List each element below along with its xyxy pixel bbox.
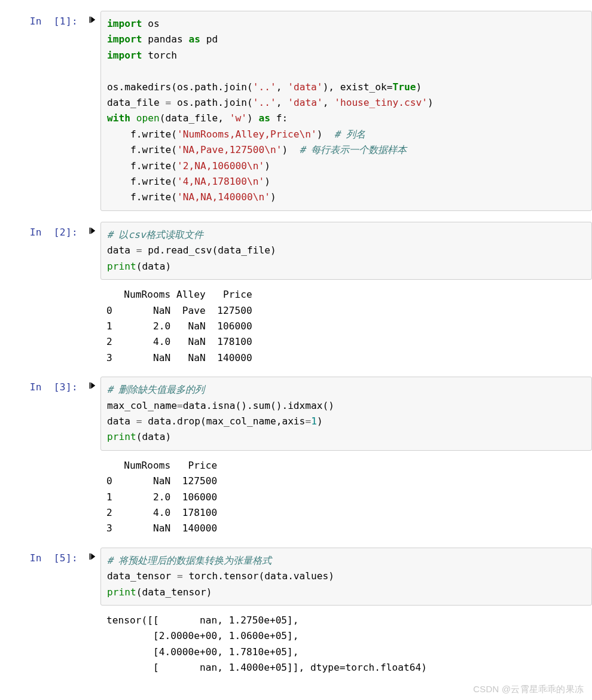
token-kw: import: [107, 33, 142, 45]
code-line: os.makedirs(os.path.join('..', 'data'), …: [107, 80, 585, 95]
cell-content: # 删除缺失值最多的列max_col_name=data.isna().sum(…: [100, 377, 592, 537]
token-id: ): [282, 144, 299, 155]
code-line: # 将预处理后的数据集转换为张量格式: [107, 553, 585, 568]
code-line: f.write('4,NA,178100\n'): [107, 174, 585, 189]
token-id: f.write(: [107, 160, 177, 172]
token-num: 1: [311, 415, 317, 427]
output-line: 2 4.0 NaN 178100: [106, 334, 592, 350]
output-line: 1 2.0 106000: [106, 490, 592, 505]
code-line: with open(data_file, 'w') as f:: [107, 111, 585, 126]
cell-output: NumRooms Price0 NaN 1275001 2.0 1060002 …: [100, 454, 592, 537]
run-cell-icon[interactable]: [88, 381, 96, 390]
code-line: data_file = os.path.join('..', 'data', '…: [107, 95, 585, 111]
run-cell-icon[interactable]: [88, 16, 96, 24]
token-id: pd: [200, 33, 218, 45]
code-cell: In [1]:import osimport pandas as pdimpor…: [0, 11, 592, 211]
code-line: print(data_tensor): [107, 585, 585, 600]
token-id: ): [317, 129, 334, 140]
code-line: data = data.drop(max_col_name,axis=1): [107, 414, 585, 429]
code-cell: In [3]:# 删除缺失值最多的列max_col_name=data.isna…: [0, 377, 592, 537]
token-cmt: # 列名: [334, 129, 365, 140]
code-line: [107, 63, 585, 79]
token-cmt: # 以csv格式读取文件: [107, 229, 203, 240]
cell-content: # 以csv格式读取文件data = pd.read_csv(data_file…: [100, 222, 592, 366]
code-input[interactable]: # 将预处理后的数据集转换为张量格式data_tensor = torch.te…: [100, 548, 592, 606]
prompt-column: In [5]:: [0, 548, 84, 564]
token-id: data: [107, 244, 136, 256]
token-op: =: [177, 570, 183, 582]
token-kw: True: [393, 81, 416, 93]
input-prompt: In [5]:: [30, 552, 78, 564]
token-str: 'NumRooms,Alley,Price\n': [177, 129, 317, 140]
token-id: f.write(: [107, 176, 177, 187]
token-id: data.drop(max_col_name,axis: [142, 415, 305, 427]
output-line: 0 NaN Pave 127500: [106, 303, 592, 319]
output-line: NumRooms Price: [106, 458, 592, 473]
token-id: torch.tensor(data.values): [183, 570, 334, 582]
code-line: print(data): [107, 429, 585, 445]
cell-content: import osimport pandas as pdimport torch…: [100, 11, 592, 211]
code-line: f.write('2,NA,106000\n'): [107, 158, 585, 174]
token-id: ): [416, 81, 422, 93]
run-column: [84, 222, 100, 235]
output-line: 0 NaN 127500: [106, 473, 592, 489]
token-id: ): [317, 415, 323, 427]
run-cell-icon[interactable]: [88, 552, 96, 561]
run-cell-icon[interactable]: [88, 227, 96, 235]
token-kw: as: [258, 112, 270, 124]
code-line: import os: [107, 16, 585, 32]
token-cmt: # 将预处理后的数据集转换为张量格式: [107, 555, 272, 566]
output-line: 3 NaN NaN 140000: [106, 350, 592, 366]
token-id: (data_tensor): [136, 586, 212, 598]
token-id: max_col_name: [107, 400, 177, 411]
code-line: data = pd.read_csv(data_file): [107, 243, 585, 258]
code-cell: In [5]:# 将预处理后的数据集转换为张量格式data_tensor = t…: [0, 548, 592, 676]
token-builtin: print: [107, 586, 136, 598]
code-line: import torch: [107, 48, 585, 63]
code-line: # 删除缺失值最多的列: [107, 382, 585, 398]
token-id: os: [142, 18, 159, 29]
token-id: ): [270, 191, 276, 203]
code-line: import pandas as pd: [107, 32, 585, 47]
token-id: f.write(: [107, 144, 177, 155]
token-cmt: # 删除缺失值最多的列: [107, 384, 205, 395]
run-column: [84, 377, 100, 390]
code-line: f.write('NA,Pave,127500\n') # 每行表示一个数据样本: [107, 142, 585, 158]
token-id: ,: [276, 97, 288, 108]
token-op: =: [305, 415, 311, 427]
token-id: ,: [276, 81, 288, 93]
code-input[interactable]: # 以csv格式读取文件data = pd.read_csv(data_file…: [100, 222, 592, 280]
token-cmt: # 每行表示一个数据样本: [300, 144, 407, 155]
run-column: [84, 11, 100, 24]
output-line: [4.0000e+00, 1.7810e+05],: [106, 644, 592, 660]
token-str: 'w': [230, 112, 247, 124]
token-id: pandas: [142, 33, 188, 45]
token-id: torch: [142, 50, 176, 61]
token-id: f.write(: [107, 129, 177, 140]
code-input[interactable]: import osimport pandas as pdimport torch…: [100, 11, 592, 211]
output-line: NumRooms Alley Price: [106, 287, 592, 302]
token-builtin: print: [107, 261, 136, 272]
token-str: '..': [253, 97, 276, 108]
token-id: f.write(: [107, 191, 177, 203]
code-line: print(data): [107, 259, 585, 274]
token-id: ,: [323, 97, 335, 108]
code-line: data_tensor = torch.tensor(data.values): [107, 568, 585, 584]
token-id: ): [264, 160, 270, 172]
token-id: data.isna().sum().idxmax(): [183, 400, 334, 411]
prompt-column: In [2]:: [0, 222, 84, 238]
output-line: [ nan, 1.4000e+05]], dtype=torch.float64…: [106, 660, 592, 675]
token-builtin: print: [107, 431, 136, 442]
code-input[interactable]: # 删除缺失值最多的列max_col_name=data.isna().sum(…: [100, 377, 592, 451]
token-id: os.makedirs(os.path.join(: [107, 81, 253, 93]
prompt-column: In [3]:: [0, 377, 84, 393]
token-id: (data): [136, 431, 171, 442]
token-id: data: [107, 415, 136, 427]
token-str: '..': [253, 81, 276, 93]
token-str: 'NA,NA,140000\n': [177, 191, 270, 203]
code-line: f.write('NumRooms,Alley,Price\n') # 列名: [107, 127, 585, 142]
output-line: 2 4.0 178100: [106, 505, 592, 521]
token-id: ), exist_ok=: [323, 81, 393, 93]
token-id: (data_file,: [160, 112, 230, 124]
input-prompt: In [1]:: [30, 16, 78, 27]
